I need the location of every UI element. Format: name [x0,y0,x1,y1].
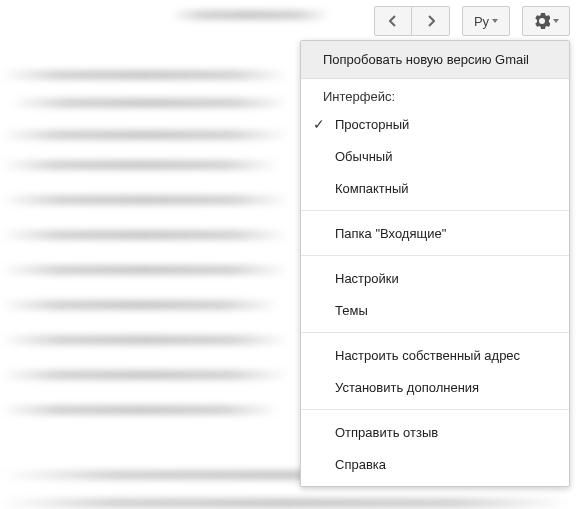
menu-item-label: Обычный [335,149,392,164]
menu-item-label: Установить дополнения [335,380,479,395]
menu-item-try-new-gmail[interactable]: Попробовать новую версию Gmail [301,41,569,79]
menu-item-inbox-folder[interactable]: Папка "Входящие" [301,217,569,249]
language-button[interactable]: Ру [462,6,510,36]
settings-gear-button[interactable] [522,6,570,36]
gear-icon [534,13,550,29]
menu-separator [301,255,569,256]
menu-item-density-comfortable[interactable]: ✓ Просторный [301,108,569,140]
caret-down-icon [492,19,498,23]
menu-item-label: Отправить отзыв [335,425,438,440]
pager-group [374,6,450,36]
menu-section-label: Интерфейс: [323,89,395,104]
toolbar: Ру [374,6,570,36]
menu-separator [301,210,569,211]
menu-item-label: Темы [335,303,368,318]
menu-item-settings[interactable]: Настройки [301,262,569,294]
menu-section-interface: Интерфейс: [301,79,569,108]
menu-item-density-cozy[interactable]: Обычный [301,140,569,172]
menu-separator [301,409,569,410]
menu-item-custom-address[interactable]: Настроить собственный адрес [301,339,569,371]
prev-button[interactable] [374,6,412,36]
menu-item-label: Попробовать новую версию Gmail [323,52,529,67]
menu-item-addons[interactable]: Установить дополнения [301,371,569,403]
menu-item-label: Настроить собственный адрес [335,348,520,363]
menu-separator [301,332,569,333]
next-button[interactable] [412,6,450,36]
check-icon: ✓ [313,116,325,132]
menu-item-label: Компактный [335,181,409,196]
chevron-right-icon [427,15,435,27]
chevron-left-icon [389,15,397,27]
menu-item-label: Справка [335,457,386,472]
settings-menu: Попробовать новую версию Gmail Интерфейс… [300,40,570,487]
menu-item-themes[interactable]: Темы [301,294,569,326]
menu-item-label: Папка "Входящие" [335,226,446,241]
menu-item-feedback[interactable]: Отправить отзыв [301,416,569,448]
menu-item-label: Просторный [335,117,409,132]
caret-down-icon [553,19,559,23]
menu-item-help[interactable]: Справка [301,448,569,480]
language-label: Ру [474,14,489,29]
menu-item-label: Настройки [335,271,399,286]
menu-item-density-compact[interactable]: Компактный [301,172,569,204]
